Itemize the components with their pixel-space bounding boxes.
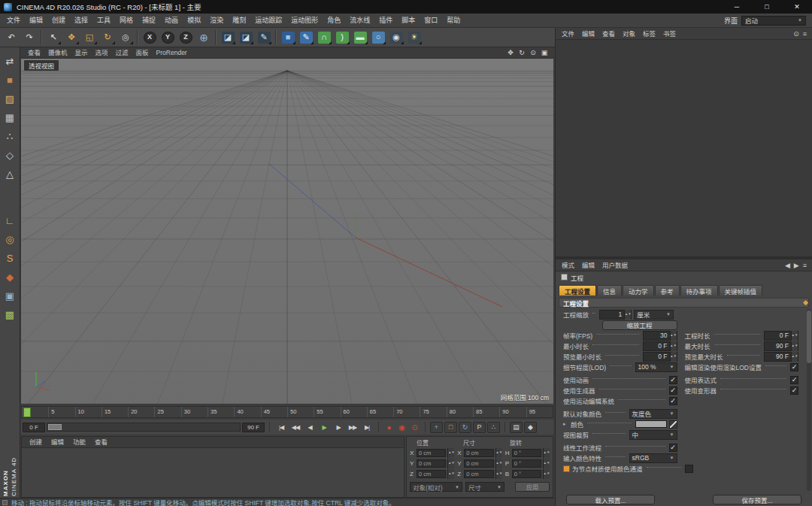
- timeline-tick[interactable]: 95: [526, 407, 553, 417]
- pan-view-icon[interactable]: ✥: [506, 49, 515, 56]
- preview-max-field[interactable]: 90 F▲▼: [764, 352, 798, 362]
- menu-item[interactable]: 文件: [2, 14, 25, 28]
- record-keyframe-button[interactable]: ●: [383, 422, 395, 433]
- minimize-button[interactable]: ─: [722, 0, 752, 14]
- menu-item[interactable]: 模拟: [183, 14, 205, 28]
- timeline-playhead[interactable]: [23, 408, 31, 417]
- attribute-scrollbar[interactable]: [807, 309, 811, 491]
- history-forward-icon[interactable]: ▶: [794, 262, 799, 269]
- record-rotation-toggle[interactable]: ↻: [459, 422, 471, 433]
- project-time-field[interactable]: 0 F▲▼: [764, 331, 798, 341]
- menu-item[interactable]: 创建: [47, 14, 70, 28]
- spinner[interactable]: ▲▼: [495, 459, 502, 468]
- panel-menu-icon[interactable]: ≡: [803, 262, 807, 269]
- spinner[interactable]: ▲▼: [447, 469, 454, 479]
- points-mode-button[interactable]: ∴: [1, 127, 20, 145]
- timeline-tick[interactable]: 70: [393, 407, 420, 417]
- goto-start-button[interactable]: |◀: [274, 422, 288, 433]
- material-menu-item[interactable]: 创建: [25, 437, 47, 448]
- size-field[interactable]: 0 cm: [464, 459, 493, 468]
- attribute-menu-item[interactable]: 模式: [558, 259, 578, 271]
- polygons-mode-button[interactable]: △: [1, 165, 20, 183]
- min-time-field[interactable]: 0 F▲▼: [643, 341, 677, 351]
- scale-tool[interactable]: ◱: [80, 29, 98, 46]
- attribute-tab[interactable]: 参考: [655, 285, 680, 295]
- lod-dropdown[interactable]: 100 %▼: [635, 362, 677, 372]
- record-parameter-toggle[interactable]: P: [473, 422, 486, 433]
- timeline-ruler[interactable]: 05101520253035404550556065707580859095: [21, 406, 553, 418]
- snap-settings-button[interactable]: S: [1, 249, 20, 267]
- object-menu-item[interactable]: 标签: [639, 28, 659, 40]
- node-colors-checkbox[interactable]: [685, 465, 693, 473]
- next-key-button[interactable]: ▶▶: [346, 422, 359, 433]
- light-object-button[interactable]: ☀: [405, 29, 423, 46]
- expander-icon[interactable]: ▸: [563, 421, 568, 427]
- menu-item[interactable]: 插件: [374, 14, 397, 28]
- section-header[interactable]: 工程设置: [559, 298, 809, 308]
- rotation-field[interactable]: 0 °: [512, 459, 541, 468]
- range-start-field[interactable]: 0 F: [23, 423, 45, 432]
- menu-item[interactable]: 捕捉: [138, 14, 160, 28]
- workplane-mode-button[interactable]: ▦: [1, 108, 20, 126]
- viewport-canvas[interactable]: 透视视图 网格范围 100 cm: [21, 59, 553, 404]
- position-field[interactable]: 0 cm: [417, 449, 446, 457]
- quantize-button[interactable]: ◆: [1, 268, 20, 286]
- size-mode-dropdown[interactable]: 尺寸▼: [465, 482, 504, 492]
- play-button[interactable]: ▶: [317, 422, 331, 433]
- menu-item[interactable]: 渲染: [205, 14, 228, 28]
- record-pla-toggle[interactable]: ∴: [487, 422, 500, 433]
- object-menu-item[interactable]: 编辑: [578, 28, 598, 40]
- rotation-field[interactable]: 0 °: [512, 449, 541, 457]
- lock-workplane-button[interactable]: ▣: [1, 286, 20, 305]
- project-scale-field[interactable]: 1▲▼: [599, 310, 632, 320]
- prev-frame-button[interactable]: ◀: [303, 422, 317, 433]
- timeline-tick[interactable]: 85: [473, 407, 499, 417]
- viewport-menu-item[interactable]: 查看: [24, 47, 44, 59]
- linear-workflow-checkbox[interactable]: ✓: [669, 444, 677, 452]
- search-icon[interactable]: ⊙: [793, 30, 799, 38]
- menu-item[interactable]: 运动跟踪: [250, 14, 286, 28]
- viewport-menu-item[interactable]: 过滤: [112, 47, 132, 59]
- menu-item[interactable]: 工具: [92, 14, 115, 28]
- timeline-tick[interactable]: 90: [499, 407, 526, 417]
- object-menu-item[interactable]: 书签: [659, 28, 680, 40]
- lock-y-axis-button[interactable]: Y: [159, 29, 177, 46]
- timeline-options-button[interactable]: ◆: [524, 422, 537, 433]
- sky-object-button[interactable]: ○: [369, 29, 387, 46]
- use-motion-system-checkbox[interactable]: ✓: [669, 397, 677, 405]
- model-mode-button[interactable]: ■: [1, 71, 20, 89]
- render-lod-checkbox[interactable]: ✓: [790, 363, 798, 371]
- attribute-tab[interactable]: 待办事项: [680, 285, 718, 295]
- spinner[interactable]: ▲▼: [791, 341, 798, 351]
- enable-axis-button[interactable]: ∟: [1, 211, 20, 229]
- zoom-view-icon[interactable]: ⊙: [529, 49, 538, 56]
- menu-item[interactable]: 帮助: [442, 14, 465, 28]
- live-selection-tool[interactable]: ↖: [44, 29, 62, 46]
- add-cube-button[interactable]: ■: [279, 29, 297, 46]
- position-field[interactable]: 0 cm: [417, 470, 446, 478]
- goto-end-button[interactable]: ▶|: [360, 422, 374, 433]
- range-end-field[interactable]: 90 F: [242, 423, 265, 432]
- viewport-menu-item[interactable]: 显示: [71, 47, 92, 59]
- menu-item[interactable]: 窗口: [420, 14, 442, 28]
- draw-spline-pen-button[interactable]: ✎: [297, 29, 315, 46]
- attribute-tab[interactable]: 关键帧插值: [719, 285, 763, 295]
- coordinate-space-dropdown[interactable]: 对象(相对)▼: [410, 482, 462, 492]
- layer-palette-button[interactable]: ▩: [1, 305, 20, 323]
- orbit-view-icon[interactable]: ↻: [517, 49, 526, 56]
- color-swatch[interactable]: [635, 420, 667, 428]
- spinner[interactable]: ▲▼: [447, 459, 454, 468]
- spinner[interactable]: ▲▼: [791, 331, 798, 341]
- size-field[interactable]: 0 cm: [464, 470, 493, 478]
- toggle-layout-icon[interactable]: ▣: [540, 49, 549, 56]
- history-back-icon[interactable]: ◀: [785, 262, 790, 269]
- default-object-color-dropdown[interactable]: 灰度色▼: [629, 409, 677, 419]
- menu-item[interactable]: 动画: [160, 14, 183, 28]
- bend-deformer-button[interactable]: ): [333, 29, 351, 46]
- record-scale-toggle[interactable]: □: [444, 422, 457, 433]
- timeline-tick[interactable]: 10: [75, 407, 102, 417]
- viewport-solo-button[interactable]: ◎: [1, 230, 20, 248]
- spinner[interactable]: ▲▼: [670, 341, 677, 351]
- load-preset-button[interactable]: 载入预置...: [566, 495, 655, 504]
- timeline-tick[interactable]: 15: [102, 407, 128, 417]
